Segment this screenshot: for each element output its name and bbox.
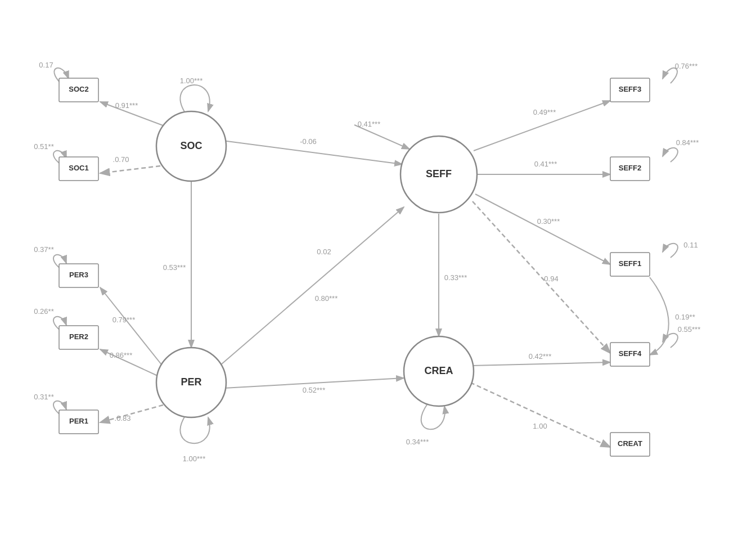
svg-text:1.00***: 1.00*** [183, 454, 205, 463]
svg-text:1.00: 1.00 [533, 422, 547, 430]
svg-line-29 [470, 382, 610, 447]
svg-text:0.51**: 0.51** [34, 142, 53, 151]
svg-text:0.53***: 0.53*** [163, 263, 186, 272]
svg-text:0.33***: 0.33*** [444, 273, 467, 282]
svg-text:0.76***: 0.76*** [675, 62, 698, 70]
svg-text:0.37**: 0.37** [34, 245, 53, 254]
svg-text:0.79***: 0.79*** [112, 316, 135, 324]
box-label-SOC1: SOC1 [69, 164, 88, 172]
svg-text:0.41***: 0.41*** [358, 120, 380, 128]
svg-line-35 [475, 194, 610, 264]
box-label-PER1: PER1 [69, 417, 88, 425]
svg-text:0.94: 0.94 [544, 274, 558, 283]
box-label-PER3: PER3 [69, 271, 88, 279]
box-label-SEFF1: SEFF1 [619, 259, 641, 268]
svg-text:0.17: 0.17 [39, 61, 53, 69]
svg-line-25 [354, 125, 410, 149]
svg-text:0.30***: 0.30*** [537, 217, 560, 226]
svg-text:0.84***: 0.84*** [676, 138, 699, 147]
svg-text:0.11: 0.11 [683, 241, 698, 249]
svg-text:1.00***: 1.00*** [180, 76, 202, 85]
box-label-SEFF4: SEFF4 [619, 349, 642, 358]
node-label-SOC: SOC [180, 140, 202, 151]
svg-text:0.42***: 0.42*** [529, 352, 551, 361]
svg-text:0.26**: 0.26** [34, 307, 53, 316]
node-label-SEFF: SEFF [426, 168, 452, 179]
svg-line-13 [100, 405, 163, 422]
svg-text:0.31**: 0.31** [34, 393, 53, 401]
svg-text:0.80***: 0.80*** [315, 294, 338, 303]
svg-line-7 [100, 166, 160, 173]
svg-text:0.52***: 0.52*** [303, 386, 325, 394]
node-label-PER: PER [181, 376, 201, 388]
svg-text:0.34***: 0.34*** [406, 438, 429, 446]
svg-text:0.55***: 0.55*** [678, 325, 700, 334]
svg-text:0.86***: 0.86*** [110, 351, 132, 359]
box-label-SEFF3: SEFF3 [619, 85, 641, 93]
svg-text:-0.06: -0.06 [300, 137, 317, 146]
svg-text:0.19**: 0.19** [675, 313, 695, 321]
svg-text:0.49***: 0.49*** [533, 108, 556, 116]
box-label-CREAT: CREAT [618, 439, 642, 448]
box-label-SOC2: SOC2 [69, 85, 88, 93]
svg-text:.0.83: .0.83 [115, 414, 131, 422]
svg-text:0.02: 0.02 [317, 248, 331, 256]
svg-line-27 [471, 362, 610, 366]
node-label-CREA: CREA [424, 365, 453, 376]
box-label-SEFF2: SEFF2 [619, 164, 641, 172]
svg-text:0.41***: 0.41*** [534, 160, 557, 168]
svg-text:.0.70: .0.70 [113, 155, 129, 164]
box-label-PER2: PER2 [69, 332, 88, 341]
svg-text:0.91***: 0.91*** [115, 101, 138, 110]
svg-line-19 [221, 207, 404, 364]
